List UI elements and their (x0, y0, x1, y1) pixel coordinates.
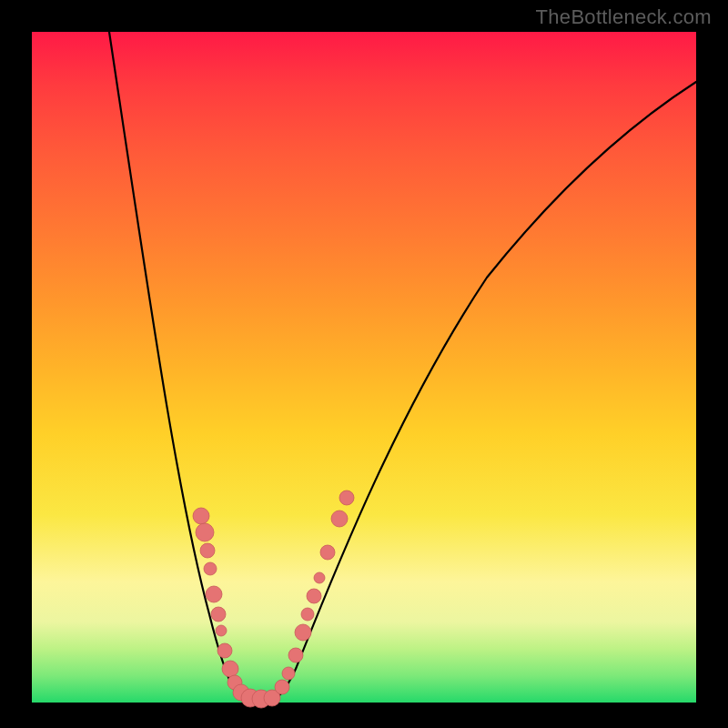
marker-dot (331, 511, 348, 527)
marker-dot (204, 562, 217, 575)
marker-dot (206, 586, 222, 602)
bottleneck-curve (109, 32, 696, 703)
marker-dot (295, 624, 311, 641)
marker-dot (275, 680, 289, 694)
marker-dot-group (193, 490, 354, 708)
marker-dot (339, 490, 354, 505)
chart-svg (32, 32, 696, 703)
marker-dot (211, 607, 226, 622)
marker-dot (193, 508, 209, 524)
marker-dot (288, 648, 303, 662)
marker-dot (200, 543, 215, 558)
marker-dot (314, 572, 325, 583)
marker-dot (216, 625, 227, 636)
marker-dot (217, 643, 232, 658)
chart-frame: TheBottleneck.com (0, 0, 728, 728)
marker-dot (320, 545, 335, 560)
marker-dot (282, 667, 295, 680)
marker-dot (222, 661, 238, 677)
plot-area (32, 32, 696, 703)
marker-dot (301, 608, 314, 621)
watermark-text: TheBottleneck.com (536, 5, 712, 29)
marker-dot (196, 523, 214, 541)
marker-dot (307, 589, 321, 603)
